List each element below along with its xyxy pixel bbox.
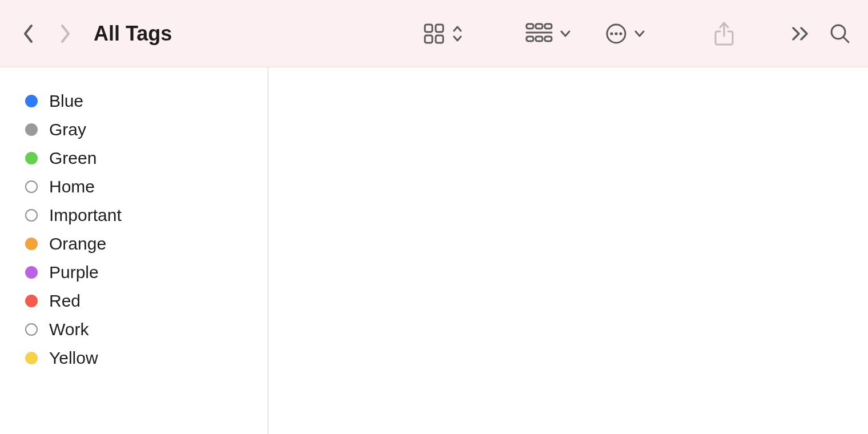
tag-color-dot	[25, 352, 38, 364]
tag-item-important[interactable]: Important	[25, 201, 268, 230]
tag-item-orange[interactable]: Orange	[25, 230, 268, 258]
search-button[interactable]	[829, 23, 851, 45]
tag-color-dot	[25, 238, 38, 250]
view-switcher[interactable]	[423, 22, 463, 45]
page-title: All Tags	[94, 22, 172, 46]
search-icon	[829, 23, 851, 45]
tag-label: Work	[49, 320, 89, 339]
tag-item-green[interactable]: Green	[25, 144, 268, 172]
main-pane	[268, 67, 868, 434]
tag-label: Blue	[49, 91, 83, 111]
svg-rect-2	[425, 35, 432, 43]
tag-color-dot	[25, 266, 38, 279]
svg-rect-0	[425, 25, 432, 32]
chevron-down-icon	[634, 30, 645, 38]
chevron-left-icon	[23, 24, 34, 43]
content-area: BlueGrayGreenHomeImportantOrangePurpleRe…	[0, 67, 868, 434]
tag-label: Gray	[49, 120, 86, 139]
double-chevron-right-icon	[791, 26, 811, 41]
tag-item-red[interactable]: Red	[25, 287, 268, 315]
tag-label: Important	[49, 206, 122, 225]
sidebar: BlueGrayGreenHomeImportantOrangePurpleRe…	[0, 67, 268, 434]
svg-rect-4	[527, 24, 533, 29]
tag-color-dot	[25, 152, 38, 164]
svg-rect-6	[545, 24, 552, 29]
forward-button[interactable]	[59, 24, 71, 43]
chevron-down-icon	[560, 30, 571, 38]
tag-item-work[interactable]: Work	[25, 315, 268, 344]
toolbar: All Tags	[0, 0, 868, 67]
tag-label: Purple	[49, 263, 99, 282]
svg-line-17	[843, 37, 849, 42]
share-icon	[714, 21, 734, 46]
svg-point-12	[610, 32, 613, 35]
tag-item-gray[interactable]: Gray	[25, 115, 268, 144]
tag-item-purple[interactable]: Purple	[25, 258, 268, 287]
updown-chevron-icon	[452, 25, 463, 43]
svg-rect-3	[436, 35, 443, 43]
tag-item-blue[interactable]: Blue	[25, 87, 268, 115]
group-by-icon	[525, 23, 553, 45]
tag-color-dot	[25, 323, 38, 336]
grid-view-icon	[423, 22, 445, 45]
svg-rect-1	[436, 25, 443, 32]
svg-point-14	[619, 32, 622, 35]
more-actions-button[interactable]	[605, 23, 645, 45]
tag-color-dot	[25, 209, 38, 222]
tag-color-dot	[25, 123, 38, 136]
toolbar-right	[423, 21, 851, 46]
svg-rect-8	[527, 37, 533, 41]
overflow-button[interactable]	[791, 26, 811, 41]
nav-group	[23, 24, 71, 43]
group-by-button[interactable]	[525, 23, 571, 45]
svg-rect-5	[536, 24, 542, 29]
chevron-right-icon	[59, 24, 71, 43]
more-actions-icon	[605, 23, 627, 45]
tag-item-home[interactable]: Home	[25, 172, 268, 201]
tag-label: Red	[49, 291, 81, 311]
tag-color-dot	[25, 180, 38, 193]
tag-label: Home	[49, 177, 95, 196]
tag-item-yellow[interactable]: Yellow	[25, 344, 268, 372]
svg-point-13	[614, 32, 617, 35]
svg-rect-10	[545, 37, 552, 41]
tag-color-dot	[25, 295, 38, 307]
back-button[interactable]	[23, 24, 34, 43]
tag-label: Green	[49, 148, 97, 168]
tag-label: Yellow	[49, 348, 98, 368]
tag-color-dot	[25, 95, 38, 107]
tag-label: Orange	[49, 234, 106, 254]
share-button[interactable]	[714, 21, 734, 46]
svg-rect-9	[536, 37, 542, 41]
